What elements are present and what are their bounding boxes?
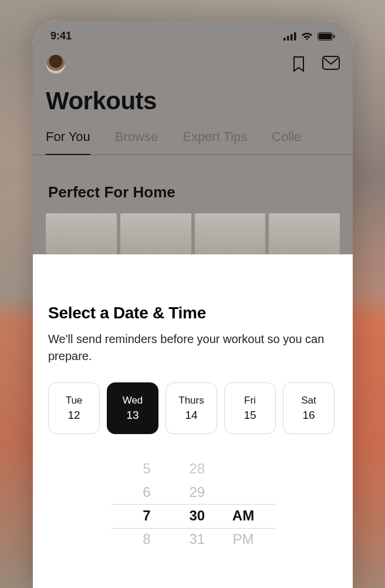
day-name: Wed [123,395,143,406]
svg-rect-3 [294,32,296,41]
picker-minute-selected: 30 [189,507,205,525]
date-pill-tue[interactable]: Tue 12 [48,382,100,434]
date-pill-wed[interactable]: Wed 13 [107,382,158,434]
minute-column[interactable]: 28 29 30 31 [182,460,212,548]
ampm-column[interactable]: AM PM [232,460,254,548]
status-bar: 9:41 [33,21,353,47]
bookmark-icon[interactable] [292,56,306,72]
day-num: 15 [244,409,256,422]
date-pill-sat[interactable]: Sat 16 [283,382,335,434]
workout-thumb[interactable] [120,213,191,254]
date-pill-fri[interactable]: Fri 15 [224,382,276,434]
sheet-description: We'll send reminders before your workout… [48,331,337,365]
tab-browse[interactable]: Browse [115,129,158,154]
workout-thumb[interactable] [269,213,340,254]
dimmed-background: 9:41 [33,21,353,254]
picker-minute: 31 [189,530,205,548]
avatar[interactable] [46,54,66,74]
page-title: Workouts [33,79,353,129]
time-picker[interactable]: 5 6 7 8 28 29 30 31 AM PM [48,460,337,548]
workout-card-strip[interactable] [46,213,340,254]
datetime-sheet: Select a Date & Time We'll send reminder… [33,283,353,588]
svg-rect-1 [287,36,289,41]
day-num: 14 [185,409,197,422]
battery-icon [318,32,335,41]
picker-hour: 6 [143,483,150,501]
picker-ampm: PM [232,530,254,548]
status-time: 9:41 [50,30,72,42]
day-name: Sat [301,395,316,406]
picker-ampm-selected: AM [232,507,254,525]
picker-hour: 5 [143,460,150,478]
picker-hour: 8 [143,530,150,548]
workout-thumb[interactable] [195,213,266,254]
day-name: Tue [66,395,83,406]
svg-rect-2 [291,34,293,41]
day-name: Thurs [178,395,204,406]
tabs: For You Browse Expert Tips Colle [33,129,353,155]
date-pill-thurs[interactable]: Thurs 14 [166,382,217,434]
tab-collections[interactable]: Colle [272,129,301,154]
tab-for-you[interactable]: For You [46,129,90,155]
mail-icon[interactable] [322,56,340,72]
hour-column[interactable]: 5 6 7 8 [131,460,162,548]
picker-minute: 29 [189,483,205,501]
picker-hour-selected: 7 [143,507,150,525]
svg-rect-5 [319,33,332,39]
phone-frame: 9:41 [33,21,353,588]
svg-rect-7 [323,56,339,69]
cellular-signal-icon [283,32,296,41]
day-num: 16 [302,409,315,422]
day-name: Fri [244,395,256,406]
workout-thumb[interactable] [46,213,117,254]
picker-spacer [241,483,245,501]
tab-expert-tips[interactable]: Expert Tips [183,129,247,154]
wifi-icon [301,32,313,41]
date-row: Tue 12 Wed 13 Thurs 14 Fri 15 Sat 16 [48,382,337,434]
sheet-title: Select a Date & Time [48,304,337,322]
day-num: 12 [67,409,80,422]
day-num: 13 [126,409,139,422]
picker-minute: 28 [189,460,205,478]
header-row [33,47,353,79]
section-title: Perfect For Home [33,155,353,213]
svg-rect-6 [333,35,335,38]
picker-spacer [241,460,245,478]
svg-rect-0 [283,38,286,41]
